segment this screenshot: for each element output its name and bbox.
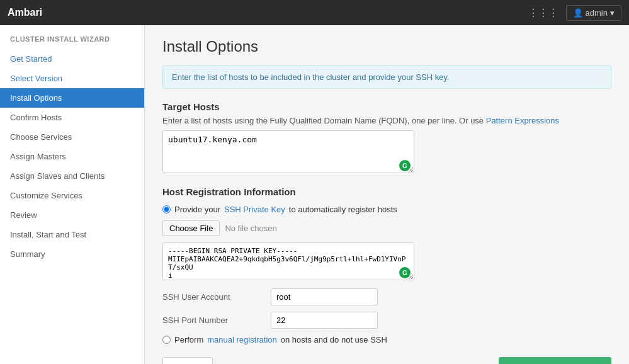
app-brand: Ambari (8, 7, 42, 18)
no-file-label: No file chosen (225, 224, 276, 233)
admin-menu-button[interactable]: 👤 admin ▾ (566, 5, 621, 21)
ssh-port-input[interactable] (271, 312, 378, 329)
sidebar-item-confirm-hosts[interactable]: Confirm Hosts (0, 108, 144, 127)
actions-bar: ← Back Register and Confirm → (162, 357, 611, 364)
ssh-user-input[interactable] (271, 288, 378, 305)
back-button[interactable]: ← Back (162, 357, 213, 364)
sidebar-item-assign-slaves[interactable]: Assign Slaves and Clients (0, 166, 144, 186)
ssh-private-key-link[interactable]: SSH Private Key (224, 205, 285, 214)
ssh-key-label-suffix: to automatically register hosts (289, 205, 397, 214)
grammarly-icon: G (399, 160, 411, 171)
user-icon: 👤 (573, 8, 583, 18)
page-title: Install Options (162, 38, 611, 55)
manual-registration-link[interactable]: manual registration (207, 335, 277, 344)
main-layout: CLUSTER INSTALL WIZARD Get Started Selec… (0, 25, 629, 364)
ssh-key-radio-row: Provide your SSH Private Key to automati… (162, 205, 611, 214)
host-registration-title: Host Registration Information (162, 186, 611, 197)
file-chooser-row: Choose File No file chosen (162, 220, 611, 236)
target-hosts-desc: Enter a list of hosts using the Fully Qu… (162, 116, 611, 125)
ssh-user-row: SSH User Account (162, 288, 611, 305)
sidebar-item-review[interactable]: Review (0, 205, 144, 225)
admin-label: admin (586, 8, 608, 18)
manual-reg-radio-row: Perform manual registration on hosts and… (162, 335, 611, 344)
pattern-expressions-link[interactable]: Pattern Expressions (486, 116, 559, 125)
sidebar-item-get-started[interactable]: Get Started (0, 49, 144, 69)
ssh-port-label: SSH Port Number (162, 316, 263, 325)
sidebar-item-choose-services[interactable]: Choose Services (0, 127, 144, 147)
choose-file-button[interactable]: Choose File (162, 220, 220, 236)
info-banner: Enter the list of hosts to be included i… (162, 65, 611, 89)
sidebar-item-install-start-test[interactable]: Install, Start and Test (0, 225, 144, 244)
grid-icon[interactable]: ⋮⋮⋮ (528, 7, 558, 19)
ssh-grammarly-icon: G (399, 267, 411, 278)
wizard-title: CLUSTER INSTALL WIZARD (0, 31, 144, 49)
top-nav-right: ⋮⋮⋮ 👤 admin ▾ (528, 5, 621, 21)
hosts-textarea-wrapper: ubuntu17.kenya.com G (162, 130, 414, 175)
manual-reg-prefix: Perform (174, 335, 203, 344)
ssh-key-label-prefix: Provide your (174, 205, 220, 214)
target-hosts-title: Target Hosts (162, 101, 611, 112)
sidebar: CLUSTER INSTALL WIZARD Get Started Selec… (0, 25, 145, 364)
ssh-user-label: SSH User Account (162, 292, 263, 302)
main-content: Install Options Enter the list of hosts … (145, 25, 629, 364)
sidebar-item-assign-masters[interactable]: Assign Masters (0, 147, 144, 166)
register-confirm-button[interactable]: Register and Confirm → (499, 357, 611, 364)
manual-reg-radio[interactable] (162, 336, 171, 344)
ssh-key-textarea[interactable]: -----BEGIN RSA PRIVATE KEY----- MIIEpAIB… (162, 242, 414, 280)
ssh-key-radio[interactable] (162, 205, 171, 213)
manual-reg-suffix: on hosts and do not use SSH (281, 335, 387, 344)
ssh-key-textarea-wrapper: -----BEGIN RSA PRIVATE KEY----- MIIEpAIB… (162, 242, 414, 282)
sidebar-item-select-version[interactable]: Select Version (0, 69, 144, 88)
hosts-textarea[interactable]: ubuntu17.kenya.com (162, 130, 414, 173)
caret-down-icon: ▾ (610, 8, 615, 18)
sidebar-item-customize-services[interactable]: Customize Services (0, 186, 144, 205)
sidebar-item-summary[interactable]: Summary (0, 244, 144, 264)
top-navbar: Ambari ⋮⋮⋮ 👤 admin ▾ (0, 0, 629, 25)
sidebar-item-install-options[interactable]: Install Options (0, 88, 144, 108)
ssh-port-row: SSH Port Number (162, 312, 611, 329)
